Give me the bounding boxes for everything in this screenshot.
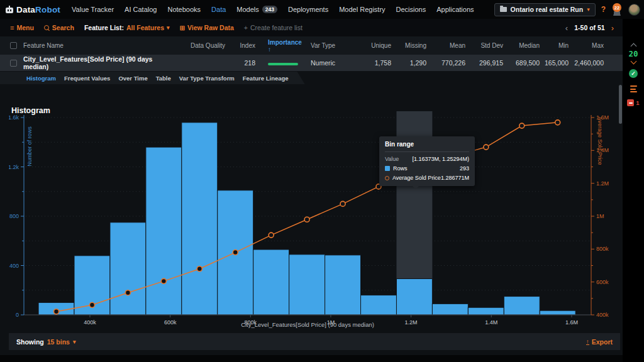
histogram-bar[interactable] bbox=[325, 255, 361, 315]
scrollbar-thumb[interactable] bbox=[619, 85, 622, 124]
showing-label: Showing bbox=[16, 338, 44, 346]
svg-text:1.2M: 1.2M bbox=[596, 180, 609, 187]
plus-icon: + bbox=[244, 24, 248, 31]
tab-histogram[interactable]: Histogram bbox=[26, 75, 56, 82]
nav-item-deployments[interactable]: Deployments bbox=[288, 6, 328, 13]
datarobot-logo[interactable]: DataRobot bbox=[5, 5, 60, 14]
histogram-bar[interactable] bbox=[289, 255, 325, 315]
column-std-dev[interactable]: Std Dev bbox=[469, 42, 507, 49]
nav-item-applications[interactable]: Applications bbox=[436, 6, 474, 13]
project-selector[interactable]: Ontario real estate Run ▾ bbox=[494, 3, 596, 16]
main-content: ≡ Menu Search Feature List: All Features… bbox=[0, 19, 623, 362]
column-index[interactable]: Index bbox=[229, 42, 259, 49]
search-button[interactable]: Search bbox=[44, 24, 74, 31]
svg-text:400k: 400k bbox=[84, 319, 96, 326]
line-point[interactable] bbox=[197, 266, 202, 272]
column-median[interactable]: Median bbox=[507, 42, 543, 49]
nav-item-model-registry[interactable]: Model Registry bbox=[339, 6, 385, 13]
queue-expand-button[interactable] bbox=[623, 59, 644, 63]
line-point[interactable] bbox=[269, 233, 274, 238]
svg-text:0: 0 bbox=[16, 312, 19, 318]
histogram-bar[interactable] bbox=[182, 123, 218, 315]
line-point[interactable] bbox=[304, 217, 309, 222]
histogram-bar[interactable] bbox=[361, 295, 397, 315]
line-point[interactable] bbox=[555, 120, 560, 125]
column-feature-name[interactable]: Feature Name bbox=[23, 42, 174, 49]
activity-queue-button[interactable] bbox=[623, 85, 644, 92]
row-checkbox[interactable] bbox=[10, 60, 17, 67]
histogram-bar[interactable] bbox=[504, 297, 540, 315]
line-point[interactable] bbox=[54, 309, 59, 314]
nav-item-models[interactable]: Models 243 bbox=[236, 6, 277, 13]
nav-right-cluster: Ontario real estate Run ▾ ? 22 bbox=[494, 0, 640, 19]
column-mean[interactable]: Mean bbox=[430, 42, 469, 49]
unique-cell: 1,758 bbox=[357, 59, 395, 67]
column-max[interactable]: Max bbox=[572, 42, 608, 49]
nav-item-notebooks[interactable]: Notebooks bbox=[167, 6, 201, 13]
column-importance[interactable]: Importance ↑ bbox=[259, 39, 309, 53]
tooltip-rows-row: Rows 293 bbox=[385, 165, 469, 172]
help-button[interactable]: ? bbox=[601, 5, 606, 14]
histogram-bar[interactable] bbox=[396, 278, 432, 315]
histogram-bar[interactable] bbox=[110, 222, 146, 315]
export-icon: ↑ bbox=[586, 339, 589, 345]
nav-item-ai-catalog[interactable]: AI Catalog bbox=[125, 6, 157, 13]
datarobot-app: DataRobot Value Tracker AI Catalog Noteb… bbox=[0, 0, 644, 362]
select-all-checkbox[interactable] bbox=[10, 42, 17, 49]
line-point[interactable] bbox=[519, 123, 525, 128]
chevron-down-icon bbox=[630, 58, 636, 65]
chevron-down-icon: ▾ bbox=[73, 339, 76, 345]
column-data-quality[interactable]: Data Quality bbox=[174, 42, 229, 49]
nav-item-value-tracker[interactable]: Value Tracker bbox=[72, 6, 114, 13]
histogram-bar[interactable] bbox=[146, 147, 182, 315]
mean-cell: 770,226 bbox=[430, 59, 469, 67]
index-cell: 218 bbox=[229, 59, 259, 67]
histogram-bar[interactable] bbox=[432, 304, 468, 315]
line-point[interactable] bbox=[233, 250, 238, 255]
line-point[interactable] bbox=[89, 302, 94, 307]
tab-frequent-values[interactable]: Frequent Values bbox=[64, 75, 110, 82]
tab-over-time[interactable]: Over Time bbox=[118, 75, 147, 82]
feature-table-row[interactable]: City_Level_Features[Sold Price] (90 days… bbox=[0, 55, 623, 71]
top-nav: DataRobot Value Tracker AI Catalog Noteb… bbox=[0, 0, 644, 19]
column-missing[interactable]: Missing bbox=[395, 42, 430, 49]
column-unique[interactable]: Unique bbox=[357, 42, 395, 49]
nav-item-data[interactable]: Data bbox=[211, 6, 226, 13]
svg-text:800k: 800k bbox=[596, 246, 609, 252]
notification-count-badge: 22 bbox=[613, 3, 621, 12]
column-var-type[interactable]: Var Type bbox=[309, 42, 357, 49]
pagination: ‹ 1-50 of 51 › bbox=[565, 23, 614, 33]
svg-text:1M: 1M bbox=[596, 213, 604, 219]
line-point[interactable] bbox=[125, 290, 130, 295]
queue-collapse-button[interactable] bbox=[623, 44, 644, 48]
page-next-button[interactable]: › bbox=[611, 23, 614, 33]
menu-button[interactable]: ≡ Menu bbox=[10, 24, 34, 31]
svg-text:1.2M: 1.2M bbox=[405, 319, 418, 326]
tab-table[interactable]: Table bbox=[156, 75, 171, 82]
errors-indicator[interactable]: 1 bbox=[623, 99, 644, 106]
svg-text:600k: 600k bbox=[596, 279, 609, 285]
histogram-bar[interactable] bbox=[253, 250, 289, 315]
line-point[interactable] bbox=[161, 278, 166, 283]
error-count: 1 bbox=[636, 99, 639, 106]
tab-var-type-transform[interactable]: Var Type Transform bbox=[179, 75, 235, 82]
line-point[interactable] bbox=[484, 145, 489, 150]
page-previous-button[interactable]: ‹ bbox=[565, 23, 568, 33]
models-count-badge: 243 bbox=[262, 6, 277, 13]
line-point[interactable] bbox=[340, 201, 345, 206]
tab-feature-lineage[interactable]: Feature Lineage bbox=[243, 75, 289, 82]
chevron-up-icon bbox=[630, 43, 636, 50]
nav-item-decisions[interactable]: Decisions bbox=[396, 6, 426, 13]
status-complete-indicator[interactable]: ✓ bbox=[623, 69, 644, 78]
histogram-bar[interactable] bbox=[540, 310, 575, 315]
notifications-button[interactable]: 22 bbox=[611, 3, 623, 16]
column-min[interactable]: Min bbox=[543, 42, 572, 49]
view-raw-data-button[interactable]: ⊞ View Raw Data bbox=[180, 24, 234, 31]
feature-name-cell[interactable]: City_Level_Features[Sold Price] (90 days… bbox=[23, 55, 174, 70]
histogram-bar[interactable] bbox=[468, 307, 504, 315]
export-button[interactable]: ↑ Export bbox=[586, 338, 613, 346]
bins-selector[interactable]: 15 bins bbox=[47, 338, 70, 346]
avatar[interactable] bbox=[628, 4, 640, 16]
create-feature-list-button[interactable]: + Create feature list bbox=[244, 24, 303, 31]
feature-list-selector[interactable]: Feature List: All Features ▾ bbox=[84, 24, 170, 31]
